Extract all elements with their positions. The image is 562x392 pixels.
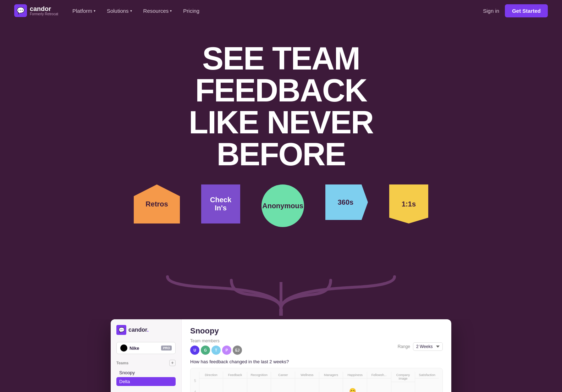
nav-resources[interactable]: Resources ▾ (143, 8, 172, 14)
chart-col-career: Career 🏆 (271, 372, 295, 392)
retros-label: Retros (143, 197, 171, 211)
nav-pricing[interactable]: Pricing (183, 8, 199, 14)
chart-grid: Direction 🎯 Feedback 👥 (199, 372, 439, 392)
logo-text: candor (30, 5, 51, 12)
sidebar-logo-icon: 💬 (116, 325, 126, 335)
team-title: Snoopy (190, 326, 443, 336)
anonymous-shape: Anonymous (261, 184, 304, 227)
logo-subtitle: Formerly Retrocat (30, 12, 58, 16)
hero-section: SEE TEAM FEEDBACK LIKE NEVER BEFORE (0, 21, 562, 170)
anonymous-label: Anonymous (259, 199, 306, 213)
11s-shape: 1:1s (389, 184, 428, 223)
checkins-label: Check In's (201, 193, 240, 215)
retros-shape: Retros (134, 184, 180, 223)
feedback-question: How has feedback changed in the last 2 w… (190, 359, 443, 364)
shape-11s: 1:1s (389, 184, 428, 223)
sidebar-item-delta[interactable]: Delta (116, 377, 176, 386)
checkins-shape: Check In's (201, 184, 240, 223)
member-avatars: U G T P EJ (190, 346, 242, 355)
nav-links: Platform ▾ Solutions ▾ Resources ▾ Prici… (72, 8, 483, 14)
11s-label: 1:1s (399, 197, 419, 211)
chart-col-company-image: Company Image 🏢 (391, 372, 415, 392)
chart-col-direction: Direction 🎯 (199, 372, 223, 392)
avatar-3: T (211, 346, 221, 355)
shapes-area: Retros Check In's Anonymous 360s 1:1s (0, 170, 562, 319)
team-meta: Team members U G T P EJ Range 2 Weeks 4 … (190, 338, 443, 355)
range-dropdown[interactable]: 2 Weeks 4 Weeks 3 Months (413, 342, 443, 351)
chart-col-fellowship: Fellowsh... 🫂 (367, 372, 391, 392)
app-mockup: 💬 candor. Nike PRO Teams + Snoopy (0, 319, 562, 392)
company-icon (120, 344, 127, 352)
chart-dot: 😊 (349, 388, 356, 392)
sidebar-logo: 💬 candor. (116, 325, 176, 335)
shape-360s: 360s (325, 184, 368, 220)
hero-headline: SEE TEAM FEEDBACK LIKE NEVER BEFORE (121, 43, 441, 170)
team-members-label: Team members (190, 338, 242, 343)
avatar-1: U (190, 346, 199, 355)
getstarted-button[interactable]: Get Started (505, 4, 548, 17)
chart-col-feedback: Feedback 👥 (223, 372, 247, 392)
app-window: 💬 candor. Nike PRO Teams + Snoopy (111, 319, 451, 392)
avatar-4: P (222, 346, 231, 355)
shape-checkins: Check In's (201, 184, 240, 223)
chevron-down-icon: ▾ (170, 9, 172, 13)
360s-shape: 360s (325, 184, 368, 220)
chart-col-recognition: Recognition ⭐ (247, 372, 271, 392)
nav-platform[interactable]: Platform ▾ (72, 8, 95, 14)
shape-retros: Retros (134, 184, 180, 223)
chevron-down-icon: ▾ (94, 9, 95, 13)
company-name: Nike (120, 344, 139, 352)
teams-section-label: Teams + (116, 360, 176, 366)
pro-badge: PRO (161, 346, 172, 350)
chart-col-satisfaction: Satisfaction ☕ (415, 372, 439, 392)
avatar-5: EJ (233, 346, 242, 355)
main-content: Snoopy Team members U G T P EJ Range 2 W (182, 319, 451, 392)
range-label: Range (398, 344, 410, 349)
sidebar-logo-text: candor. (128, 327, 149, 333)
signin-button[interactable]: Sign in (483, 8, 499, 14)
chevron-down-icon: ▾ (130, 9, 132, 13)
sidebar-item-snoopy[interactable]: Snoopy (116, 368, 176, 377)
shape-anonymous: Anonymous (261, 184, 304, 227)
chart-col-wellness: Wellness 🚴 (295, 372, 319, 392)
chart-y-axis: 5 4 3 2 1 (194, 372, 199, 392)
sidebar: 💬 candor. Nike PRO Teams + Snoopy (111, 319, 182, 392)
company-row[interactable]: Nike PRO (116, 342, 176, 354)
chart-columns: 5 4 3 2 1 Direction 🎯 (194, 372, 439, 392)
chart-col-happiness: Happiness 😊 (343, 372, 367, 392)
chart-col-managers: Managers 👤 (319, 372, 343, 392)
360s-label: 360s (335, 195, 359, 209)
range-select: Range 2 Weeks 4 Weeks 3 Months (398, 342, 443, 351)
navbar: 💬 candor Formerly Retrocat Platform ▾ So… (0, 0, 562, 21)
add-team-button[interactable]: + (169, 360, 176, 366)
chart-area: 5 4 3 2 1 Direction 🎯 (190, 368, 443, 392)
nav-actions: Sign in Get Started (483, 4, 548, 17)
avatar-2: G (201, 346, 210, 355)
logo-icon: 💬 (14, 4, 27, 17)
nav-solutions[interactable]: Solutions ▾ (107, 8, 132, 14)
shapes-row: Retros Check In's Anonymous 360s 1:1s (134, 184, 428, 227)
logo[interactable]: 💬 candor Formerly Retrocat (14, 4, 58, 17)
